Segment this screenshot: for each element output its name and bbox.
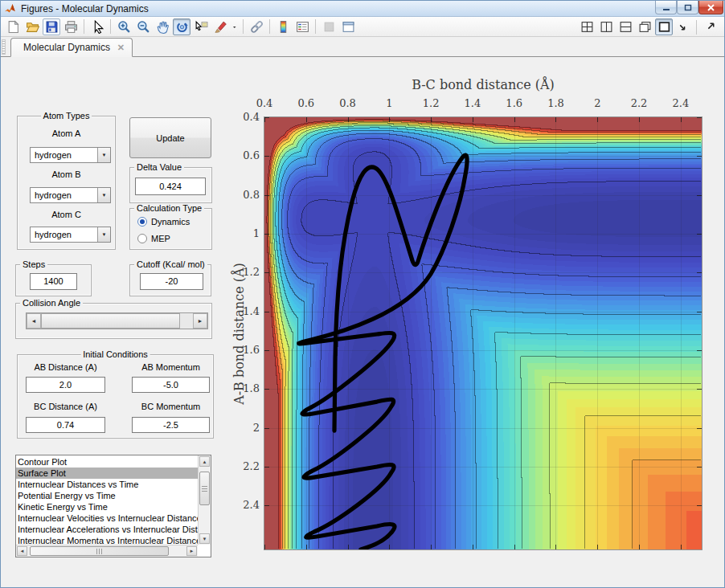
- horizontal-scroll-thumb[interactable]: [30, 546, 169, 556]
- minimize-button[interactable]: [655, 1, 677, 14]
- minimize-panel-icon[interactable]: [674, 18, 692, 35]
- contour-plot-canvas[interactable]: [264, 116, 702, 550]
- undock-icon[interactable]: [701, 18, 719, 35]
- list-item[interactable]: Internuclear Accelerations vs Internucle…: [16, 524, 198, 535]
- slider-right-arrow-icon[interactable]: ►: [193, 313, 207, 329]
- tab-strip: Molecular Dynamics ✕: [1, 37, 724, 57]
- x-tick-label: 1: [375, 97, 403, 109]
- delta-value-field[interactable]: 0.424: [135, 178, 206, 195]
- y-axis-title: A-B bond distance (Å): [231, 222, 247, 447]
- y-tick-label: 2.4: [224, 499, 260, 511]
- list-item[interactable]: Contour Plot: [16, 456, 198, 468]
- scroll-up-icon[interactable]: ▲: [199, 456, 210, 467]
- rotate-3d-icon[interactable]: [173, 18, 190, 35]
- vertical-scroll-thumb[interactable]: [199, 472, 210, 505]
- scroll-left-icon[interactable]: ◄: [17, 546, 27, 556]
- x-tick-label: 2.4: [667, 97, 694, 109]
- radio-unselected-icon: [137, 234, 147, 243]
- print-figure-icon[interactable]: [62, 18, 80, 35]
- cutoff-title: Cutoff (Kcal/ mol): [134, 259, 207, 269]
- radio-dynamics[interactable]: Dynamics: [137, 217, 190, 227]
- atom-c-dropdown[interactable]: hydrogen ▼: [30, 227, 111, 243]
- ab-distance-field[interactable]: 2.0: [26, 377, 105, 393]
- listbox-vertical-scrollbar[interactable]: ▲ ▼: [198, 455, 211, 545]
- update-button[interactable]: Update: [129, 117, 211, 158]
- slider-left-arrow-icon[interactable]: ◄: [27, 313, 41, 329]
- radio-mep[interactable]: MEP: [137, 234, 170, 243]
- close-button[interactable]: [698, 1, 723, 14]
- disabled-tool-icon: [320, 18, 338, 35]
- list-item[interactable]: Internuclear Velocities vs Internuclear …: [16, 512, 198, 524]
- toolbar-separator: [110, 19, 111, 34]
- title-bar[interactable]: Figures - Molecular Dynamics: [1, 1, 724, 17]
- list-item[interactable]: Surface Plot: [16, 468, 198, 479]
- scroll-right-icon[interactable]: ►: [186, 546, 197, 556]
- list-item[interactable]: Potential Energy vs Time: [16, 490, 198, 501]
- listbox-horizontal-scrollbar[interactable]: ◄ ►: [16, 545, 198, 557]
- zoom-out-icon[interactable]: [134, 18, 152, 35]
- y-tick-label: 1.6: [224, 344, 260, 356]
- layout-maximized-icon[interactable]: [655, 18, 673, 35]
- x-tick-label: 1.2: [417, 97, 444, 109]
- y-tick-label: 1: [224, 227, 260, 239]
- brush-data-icon[interactable]: [211, 18, 229, 35]
- calculation-type-panel: Calculation Type: [129, 208, 212, 250]
- insert-legend-icon[interactable]: [293, 18, 311, 35]
- list-item[interactable]: Kinetic Energy vs Time: [16, 501, 198, 512]
- bc-distance-label: BC Distance (A): [26, 402, 105, 411]
- atom-a-dropdown[interactable]: hydrogen ▼: [30, 147, 111, 163]
- scroll-down-icon[interactable]: ▼: [199, 533, 210, 544]
- open-file-icon[interactable]: [23, 18, 41, 35]
- maximize-button[interactable]: [677, 1, 698, 14]
- layout-top-bottom-icon[interactable]: [616, 18, 634, 35]
- chevron-down-icon[interactable]: ▼: [97, 148, 110, 162]
- tab-strip-grip-icon[interactable]: [2, 39, 6, 55]
- cutoff-field[interactable]: -20: [140, 273, 203, 290]
- tab-close-icon[interactable]: ✕: [117, 43, 125, 53]
- atom-b-dropdown[interactable]: hydrogen ▼: [30, 187, 111, 203]
- save-figure-icon[interactable]: [43, 18, 60, 35]
- y-tick-label: 2: [224, 422, 260, 434]
- link-plot-icon[interactable]: [248, 18, 265, 35]
- layout-left-right-icon[interactable]: [597, 18, 615, 35]
- ab-momentum-field[interactable]: -5.0: [132, 377, 210, 393]
- figure-toolbar: [1, 17, 724, 37]
- list-item[interactable]: Internuclear Distances vs Time: [16, 479, 198, 490]
- matlab-icon: [4, 2, 16, 14]
- bc-distance-field[interactable]: 0.74: [26, 417, 105, 433]
- calculation-type-title: Calculation Type: [134, 203, 204, 213]
- x-tick-label: 1.4: [459, 97, 486, 109]
- atom-a-label: Atom A: [1, 129, 132, 138]
- toolbar-separator: [696, 20, 697, 35]
- new-figure-icon[interactable]: [4, 18, 22, 35]
- atom-types-title: Atom Types: [41, 111, 92, 120]
- edit-plot-icon[interactable]: [88, 18, 106, 35]
- collision-angle-slider[interactable]: ◄ ►: [26, 312, 208, 329]
- zoom-in-icon[interactable]: [115, 18, 133, 35]
- tab-molecular-dynamics[interactable]: Molecular Dynamics ✕: [10, 38, 133, 57]
- insert-colorbar-icon[interactable]: [274, 18, 292, 35]
- list-item[interactable]: Internuclear Momenta vs Internuclear Dis…: [16, 535, 198, 545]
- bc-momentum-field[interactable]: -2.5: [132, 417, 210, 433]
- listbox-items: Contour PlotSurface PlotInternuclear Dis…: [16, 456, 198, 545]
- pan-icon[interactable]: [154, 18, 171, 35]
- data-cursor-icon[interactable]: [192, 18, 210, 35]
- toolbar-separator: [315, 19, 316, 34]
- window-title: Figures - Molecular Dynamics: [21, 3, 149, 14]
- toolbar-right: [577, 17, 719, 37]
- atom-c-label: Atom C: [1, 210, 132, 219]
- chevron-down-icon[interactable]: ▼: [97, 188, 110, 202]
- brush-dropdown-caret[interactable]: [231, 18, 239, 35]
- steps-field[interactable]: 1400: [30, 273, 77, 290]
- slider-thumb[interactable]: [41, 313, 180, 329]
- chevron-down-icon[interactable]: ▼: [97, 227, 110, 242]
- toolbar-separator: [84, 19, 84, 34]
- ab-momentum-label: AB Momentum: [132, 362, 210, 372]
- y-tick-label: 0.4: [224, 111, 260, 123]
- figure-palette-icon[interactable]: [339, 18, 357, 35]
- layout-float-icon[interactable]: [636, 18, 653, 35]
- y-tick-label: 0.6: [224, 149, 260, 161]
- plot-type-listbox[interactable]: Contour PlotSurface PlotInternuclear Dis…: [15, 455, 211, 557]
- toolbar-separator: [243, 19, 244, 34]
- layout-grid-icon[interactable]: [578, 18, 596, 35]
